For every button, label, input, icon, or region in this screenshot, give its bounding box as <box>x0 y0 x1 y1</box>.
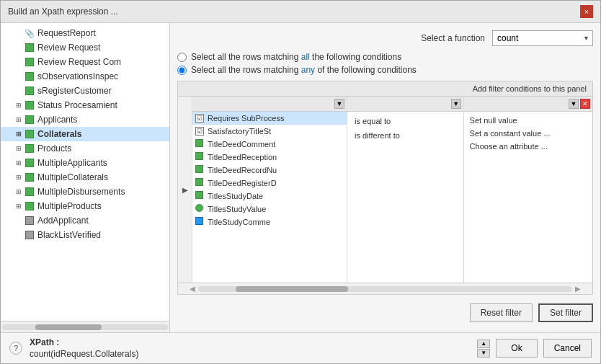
title-bar: Build an Xpath expression ... × <box>1 1 600 23</box>
green-sq-icon <box>24 42 35 53</box>
condition-col-header: ▼ <box>347 97 463 112</box>
tree-item-applicants[interactable]: ⊞ Applicants <box>1 112 169 127</box>
tree-label: sObservationsInspec <box>37 71 118 81</box>
tree-scrollbar-h[interactable] <box>1 321 169 332</box>
filter-btn-row: Reset filter Set filter <box>177 301 593 325</box>
tree-item-collaterals[interactable]: ⊞ Collaterals <box>1 127 169 141</box>
tree-label: MultipleProducts <box>37 201 102 211</box>
bottom-bar: ? XPath : count(idRequest.Collaterals) ▲… <box>1 332 600 363</box>
tree-item-reviewrequest[interactable]: Review Request <box>1 40 169 55</box>
tree-item-sregistercustomer[interactable]: sRegisterCustomer <box>1 84 169 98</box>
field-col-dropdown-btn[interactable]: ▼ <box>334 99 344 109</box>
radio-any-row[interactable]: Select all the rows matching any of the … <box>177 65 593 75</box>
green-sq-icon <box>24 85 35 97</box>
green-sq-icon <box>24 186 35 197</box>
tree-label: Products <box>37 143 71 154</box>
tree-item-products[interactable]: ⊞ Products <box>1 141 169 156</box>
expand-icon <box>14 86 24 96</box>
field-item-titlestudycommen[interactable]: TitleStudyComme <box>192 216 347 227</box>
function-select[interactable]: count sum avg min max <box>492 30 593 46</box>
reset-filter-button[interactable]: Reset filter <box>470 303 533 322</box>
field-item-titlesstudyvalue[interactable]: TitlesStudyValue <box>192 203 347 216</box>
bottom-right: ▲ ▼ Ok Cancel <box>477 339 592 358</box>
filter-nav[interactable]: ▶ <box>178 97 192 283</box>
action-col-header: ▼ ✕ <box>464 97 592 112</box>
help-icon[interactable]: ? <box>9 342 22 355</box>
cancel-button[interactable]: Cancel <box>543 339 592 358</box>
tree-item-requestreport[interactable]: 📎 RequestReport <box>1 26 169 40</box>
tree-item-addapplicant[interactable]: AddApplicant <box>1 213 169 228</box>
radio-all[interactable] <box>177 53 187 62</box>
radio-any[interactable] <box>177 66 187 75</box>
scrollbar-thumb <box>35 324 102 330</box>
tree-item-status[interactable]: ⊞ Status Procesamient <box>1 98 169 112</box>
filter-scroll-h[interactable]: ◀ ▶ <box>178 283 592 294</box>
close-button[interactable]: × <box>580 5 593 18</box>
nav-arrow-icon: ▶ <box>182 186 188 194</box>
dialog-title: Build an Xpath expression ... <box>8 6 118 17</box>
filter-columns: ▼ ☑ Requires SubProcess <box>192 97 592 283</box>
field-item-titledeedreception[interactable]: TitleDeedReception <box>192 151 347 164</box>
tree-scroll[interactable]: 📎 RequestReport Review Request Review Re… <box>1 23 169 321</box>
expand-icon <box>14 57 24 67</box>
action-col-delete-btn[interactable]: ✕ <box>580 99 590 109</box>
condition-item-differentto[interactable]: is different to <box>350 129 460 142</box>
set-filter-button[interactable]: Set filter <box>538 303 593 322</box>
tree-label: AddApplicant <box>37 216 89 226</box>
any-highlight: any <box>301 65 315 75</box>
action-set-null[interactable]: Set null value <box>467 115 589 126</box>
tree-label: MultipleApplicants <box>37 158 107 168</box>
expand-icon <box>14 230 24 240</box>
filter-header: Add filter conditions to this panel <box>178 81 592 97</box>
field-item-titlesstudydate[interactable]: TitlesStudyDate <box>192 190 347 203</box>
tree-label: RequestReport <box>37 28 96 38</box>
expand-icon <box>14 71 24 81</box>
field-label: SatisfactoryTitleSt <box>208 127 271 136</box>
arrow-btns: ▲ ▼ <box>477 339 490 358</box>
scroll-right-arrow[interactable]: ▶ <box>575 285 581 293</box>
right-panel: Select a function count sum avg min max <box>170 23 600 332</box>
dialog: Build an Xpath expression ... × 📎 Reques… <box>0 0 601 364</box>
field-col-header: ▼ <box>192 97 347 112</box>
tree-item-sobservations[interactable]: sObservationsInspec <box>1 69 169 84</box>
field-label: TitleDeedRecordNu <box>208 166 277 174</box>
condition-item-equalto[interactable]: is equal to <box>350 115 460 128</box>
field-label: TitlesStudyDate <box>208 192 263 200</box>
green-sq-icon <box>24 128 35 140</box>
scroll-left-arrow[interactable]: ◀ <box>190 285 195 293</box>
tree-item-multipleproducts[interactable]: ⊞ MultipleProducts <box>1 199 169 213</box>
condition-col-dropdown-btn[interactable]: ▼ <box>451 99 461 109</box>
field-item-requiressubprocess[interactable]: ☑ Requires SubProcess <box>192 112 347 125</box>
expand-icon: ⊞ <box>14 158 24 168</box>
clip-icon: 📎 <box>24 27 35 39</box>
function-row: Select a function count sum avg min max <box>177 30 593 46</box>
action-choose-attribute[interactable]: Choose an attribute ... <box>467 141 589 152</box>
arrow-down-button[interactable]: ▼ <box>477 349 490 358</box>
expand-icon: ⊞ <box>14 187 24 197</box>
green-sq-icon <box>195 191 205 201</box>
field-label: TitleDeedReception <box>208 153 277 161</box>
field-label: TitleDeedRegisterD <box>208 179 277 187</box>
action-set-constant[interactable]: Set a constant value ... <box>467 128 589 139</box>
tree-item-reviewrequestcom[interactable]: Review Request Com <box>1 55 169 69</box>
filter-scroll-track <box>198 286 572 292</box>
expand-icon: ⊞ <box>14 100 24 110</box>
field-item-satisfactorytitlest[interactable]: ☑ SatisfactoryTitleSt <box>192 125 347 138</box>
filter-col-conditions: ▼ is equal to is different to <box>347 97 464 283</box>
ok-button[interactable]: Ok <box>496 339 537 358</box>
expand-icon: ⊞ <box>14 115 24 125</box>
filter-content: ▶ ▼ ☑ <box>178 97 592 283</box>
tree-item-multiplecollaterals[interactable]: ⊞ MultipleCollaterals <box>1 170 169 185</box>
action-col-dropdown-btn[interactable]: ▼ <box>569 99 579 109</box>
gray-sq-icon <box>24 215 35 226</box>
radio-all-row[interactable]: Select all the rows matching all the fol… <box>177 52 593 62</box>
tree-item-blacklistverified[interactable]: BlackListVerified <box>1 228 169 242</box>
field-item-titledeedcomment[interactable]: TitleDeedComment <box>192 138 347 151</box>
field-item-titledeeddregisterd[interactable]: TitleDeedRegisterD <box>192 177 347 190</box>
tree-item-multipledisbursements[interactable]: ⊞ MultipleDisbursements <box>1 185 169 199</box>
field-item-titledeedrecordnu[interactable]: TitleDeedRecordNu <box>192 164 347 177</box>
checkbox-icon: ☑ <box>195 126 205 136</box>
arrow-up-button[interactable]: ▲ <box>477 339 490 348</box>
tree-item-multipleapplicants[interactable]: ⊞ MultipleApplicants <box>1 156 169 170</box>
field-list[interactable]: ☑ Requires SubProcess ☑ SatisfactoryTitl… <box>192 112 347 227</box>
